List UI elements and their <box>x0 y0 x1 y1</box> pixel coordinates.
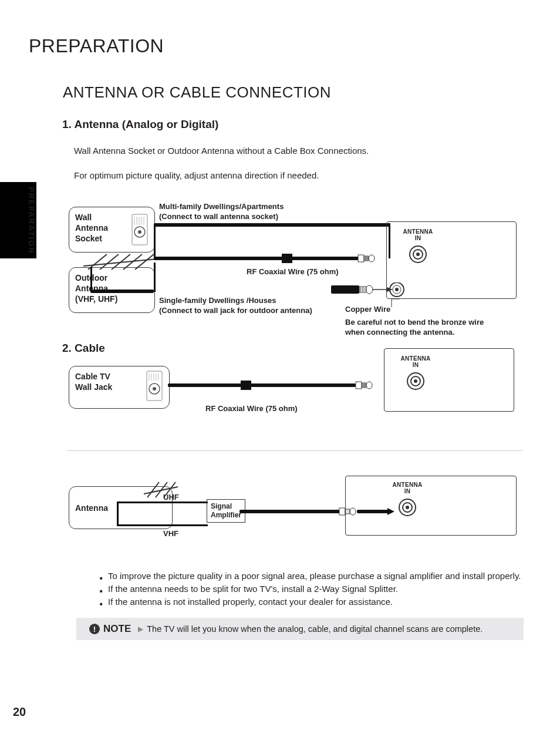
outdoor-l3: (VHF, UHF) <box>75 294 149 304</box>
caution-l2: when connecting the antenna. <box>345 327 515 337</box>
svg-rect-21 <box>331 285 359 294</box>
single-l1: Single-family Dwellings /Houses <box>159 295 312 305</box>
svg-line-12 <box>135 254 154 270</box>
bullet-list: To improve the picture quality in a poor… <box>76 570 546 608</box>
cable-jack-icon <box>143 370 166 403</box>
bullet-3: If the antenna is not installed properly… <box>100 595 546 608</box>
wall-socket-icon <box>129 213 151 246</box>
antenna-desc-1: Wall Antenna Socket or Outdoor Antenna w… <box>74 145 426 157</box>
antenna-in-port-1: ANTENNA IN <box>400 228 436 266</box>
cable-jack-box: Cable TV Wall Jack <box>69 366 170 409</box>
vhf-label: VHF <box>163 529 178 539</box>
divider <box>68 450 522 451</box>
wall-socket-box: Wall Antenna Socket <box>69 207 155 253</box>
page-number: 20 <box>13 705 26 719</box>
note-icon: ! <box>89 624 100 634</box>
svg-point-41 <box>366 382 372 389</box>
copper-wire-connector-icon <box>331 284 396 295</box>
outdoor-antenna-icon <box>83 251 160 272</box>
svg-point-30 <box>395 288 399 291</box>
svg-point-35 <box>153 387 156 391</box>
caution-label: Be careful not to bend the bronze wire w… <box>345 317 515 337</box>
page-title: PREPARATION <box>29 35 164 57</box>
antenna-desc-2: For optimum picture quality, adjust ante… <box>74 170 319 181</box>
tv-amp-panel <box>345 476 517 536</box>
heading-cable: 2. Cable <box>62 342 105 355</box>
coax-port-icon-3 <box>397 497 418 518</box>
antenna-box-3: Antenna <box>69 486 173 529</box>
coax-port-icon-2 <box>405 371 426 392</box>
outdoor-l1: Outdoor <box>75 272 149 283</box>
note-label: NOTE <box>103 623 131 635</box>
bullet-2: If the antenna needs to be split for two… <box>100 583 546 595</box>
diagram-amplifier: Antenna UHF VHF Signal Amplifier <box>65 482 522 546</box>
svg-point-2 <box>138 230 141 234</box>
multi-l1: Multi-family Dwellings/Apartments <box>159 201 284 211</box>
svg-point-20 <box>416 253 420 256</box>
svg-point-56 <box>406 506 409 509</box>
multi-family-label: Multi-family Dwellings/Apartments (Conne… <box>159 201 284 221</box>
caution-l1: Be careful not to bend the bronze wire <box>345 317 515 327</box>
copper-wire-label: Copper Wire <box>345 304 390 314</box>
heading-antenna: 1. Antenna (Analog or Digital) <box>62 118 218 131</box>
section-title: ANTENNA OR CABLE CONNECTION <box>63 83 331 102</box>
amp-l1: Signal <box>211 502 241 511</box>
svg-point-25 <box>366 285 373 294</box>
svg-point-47 <box>414 379 417 383</box>
antenna-box-3-label: Antenna <box>75 503 108 513</box>
note-caret-icon: ▶ <box>138 625 143 633</box>
single-l2: (Connect to wall jack for outdoor antenn… <box>159 305 312 315</box>
amp-l2: Amplifier <box>211 511 241 520</box>
svg-point-14 <box>369 255 375 262</box>
note-text: The TV will let you know when the analog… <box>147 624 483 634</box>
uhf-label: UHF <box>163 492 179 502</box>
rf-label-1: RF Coaxial Wire (75 ohm) <box>247 267 339 277</box>
coax-connector-icon <box>357 253 376 264</box>
coax-port-icon <box>407 244 429 265</box>
antenna-in-port-3: ANTENNA IN <box>389 482 426 519</box>
multi-l2: (Connect to wall antenna socket) <box>159 211 284 221</box>
svg-line-13 <box>83 259 157 266</box>
diagram-antenna: Wall Antenna Socket Outdoor Antenna (VHF… <box>65 197 522 338</box>
single-family-label: Single-family Dwellings /Houses (Connect… <box>159 295 312 315</box>
note-box: ! NOTE ▶ The TV will let you know when t… <box>76 618 524 640</box>
rf-label-2: RF Coaxial Wire (75 ohm) <box>205 403 298 413</box>
side-tab-text: PREPARATION <box>27 187 36 254</box>
svg-line-9 <box>100 254 119 270</box>
diagram-cable: Cable TV Wall Jack RF Coaxial Wire (7 <box>65 361 522 418</box>
coax-connector-icon-2 <box>355 380 373 391</box>
antenna-in-port-2: ANTENNA IN <box>398 355 433 393</box>
bullet-1: To improve the picture quality in a poor… <box>100 570 546 583</box>
copper-arrow-icon <box>390 298 404 308</box>
